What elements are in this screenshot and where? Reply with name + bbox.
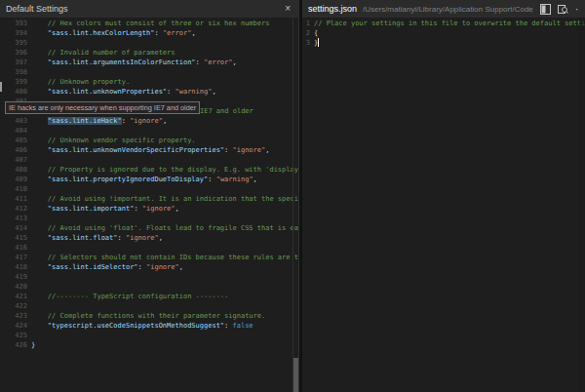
code-token: , [163, 117, 167, 125]
code-token: : [224, 322, 232, 330]
line-number: 425 [0, 331, 27, 340]
code-text: // Unknown property. [27, 77, 130, 87]
default-settings-pane: Default Settings × 393 // Hex colors mus… [0, 0, 299, 392]
code-token: : [154, 29, 162, 37]
left-scrollbar-thumb[interactable] [293, 358, 298, 392]
code-token: "ignore" [126, 234, 159, 242]
settings-json-tab[interactable]: settings.json [308, 4, 357, 14]
code-text: "sass.lint.argumentsInColorFunction": "e… [27, 58, 237, 67]
code-text: // Complete functions with their paramet… [27, 311, 265, 321]
code-line: 422 [0, 301, 299, 311]
line-number: 421 [0, 292, 27, 301]
code-line: 398 [0, 67, 299, 77]
code-token: "sass.lint.hexColorLength" [48, 29, 155, 37]
code-text: // Avoid using 'float'. Floats lead to f… [27, 223, 299, 233]
line-number: 397 [0, 58, 27, 67]
code-token: , [159, 234, 163, 242]
line-number: 398 [0, 67, 27, 77]
code-token [31, 176, 48, 183]
close-icon[interactable]: × [282, 4, 293, 14]
code-token: "typescript.useCodeSnippetsOnMethodSugge… [48, 322, 224, 330]
code-line: 403 "sass.lint.ieHack": "ignore", [0, 116, 299, 126]
default-settings-tabbar: Default Settings × [0, 0, 299, 18]
code-line: 406 "sass.lint.unknownVendorSpecificProp… [0, 145, 299, 155]
code-token: : [138, 263, 146, 271]
code-line: 426} [0, 340, 299, 350]
code-text: // Unknown vendor specific property. [27, 136, 196, 145]
code-line: 402IE hacks are only necessary when supp… [0, 106, 299, 116]
line-number: 405 [0, 136, 27, 145]
code-token [31, 29, 48, 37]
code-line: 417 // Selectors should not contain IDs … [0, 253, 299, 262]
code-token: "sass.lint.idSelector" [48, 263, 138, 271]
code-line: 404 [0, 126, 299, 136]
code-line: 418 "sass.lint.idSelector": "ignore", [0, 262, 299, 272]
code-line: 408 // Property is ignored due to the di… [0, 165, 299, 175]
code-token: , [179, 263, 183, 271]
code-token: , [265, 146, 269, 154]
code-text: "sass.lint.important": "ignore", [27, 204, 179, 214]
line-number: 424 [0, 321, 27, 331]
split-editor-icon[interactable] [540, 4, 551, 15]
code-token: "sass.lint.unknownVendorSpecificProperti… [48, 146, 224, 154]
code-token: //-------- TypeScript configuration ----… [31, 293, 228, 300]
line-number: 3 [302, 38, 310, 48]
code-text: // Avoid using !important. It is an indi… [27, 194, 299, 204]
code-token: "ignore" [233, 146, 266, 154]
line-number: 411 [0, 194, 27, 204]
code-line: 393 // Hex colors must consist of three … [0, 19, 299, 28]
settings-json-tabbar: settings.json /Users/matianyi/Library/Ap… [302, 0, 585, 18]
default-settings-tab[interactable]: Default Settings [6, 4, 68, 14]
code-text: } [310, 38, 319, 48]
code-token: } [31, 341, 35, 349]
code-text: "typescript.useCodeSnippetsOnMethodSugge… [27, 321, 254, 331]
left-edge-marker [0, 82, 2, 92]
code-token: : [208, 176, 215, 183]
line-number: 409 [0, 175, 27, 184]
code-line: 420 [0, 282, 299, 292]
right-scrollbar[interactable] [579, 18, 585, 392]
code-token: false [233, 322, 254, 330]
line-number: 414 [0, 223, 27, 233]
code-token [31, 322, 48, 330]
code-text: "sass.lint.unknownProperties": "warning"… [27, 87, 216, 97]
code-line: 424 "typescript.useCodeSnippetsOnMethodS… [0, 321, 299, 331]
code-token: , [233, 59, 237, 66]
line-number: 400 [0, 87, 27, 97]
comment-after-tooltip: IE7 and older [200, 106, 254, 116]
code-text: "sass.lint.hexColorLength": "error", [27, 28, 196, 38]
line-number: 423 [0, 311, 27, 321]
more-actions-icon[interactable]: ⋯ [575, 4, 579, 15]
code-token: "sass.lint.float" [48, 234, 118, 242]
left-scrollbar[interactable] [292, 18, 299, 392]
code-token [31, 59, 48, 66]
code-token [31, 205, 48, 213]
line-number: 410 [0, 184, 27, 194]
code-token: "sass.lint.unknownProperties" [48, 88, 167, 96]
line-number: 420 [0, 282, 27, 292]
code-token: // Unknown vendor specific property. [31, 137, 196, 144]
code-line: 411 // Avoid using !important. It is an … [0, 194, 299, 204]
settings-json-editor[interactable]: 1// Place your settings in this file to … [302, 18, 585, 392]
code-text: //-------- TypeScript configuration ----… [27, 292, 228, 301]
code-token [31, 117, 48, 125]
code-text: // Property is ignored due to the displa… [27, 165, 299, 175]
code-text: "sass.lint.ieHack": "ignore", [27, 116, 167, 126]
line-number: 426 [0, 340, 27, 350]
code-line: 414 // Avoid using 'float'. Floats lead … [0, 223, 299, 233]
preview-icon[interactable] [558, 4, 568, 15]
code-text: "sass.lint.unknownVendorSpecificProperti… [27, 145, 269, 155]
code-token: , [254, 176, 257, 183]
line-number: 422 [0, 301, 27, 311]
code-text: } [27, 340, 35, 350]
code-token: "sass.lint.ieHack" [48, 117, 122, 125]
code-token: // Complete functions with their paramet… [31, 312, 265, 320]
vscode-window: Default Settings × 393 // Hex colors mus… [0, 0, 585, 392]
line-number: 1 [302, 19, 310, 28]
default-settings-editor[interactable]: 393 // Hex colors must consist of three … [0, 18, 299, 392]
code-text: // Invalid number of parameters [27, 48, 176, 58]
code-text: // Selectors should not contain IDs beca… [27, 253, 299, 262]
code-token: // Hex colors must consist of three or s… [31, 20, 269, 27]
line-number: 415 [0, 233, 27, 243]
code-token: "sass.lint.propertyIgnoredDueToDisplay" [48, 176, 208, 183]
